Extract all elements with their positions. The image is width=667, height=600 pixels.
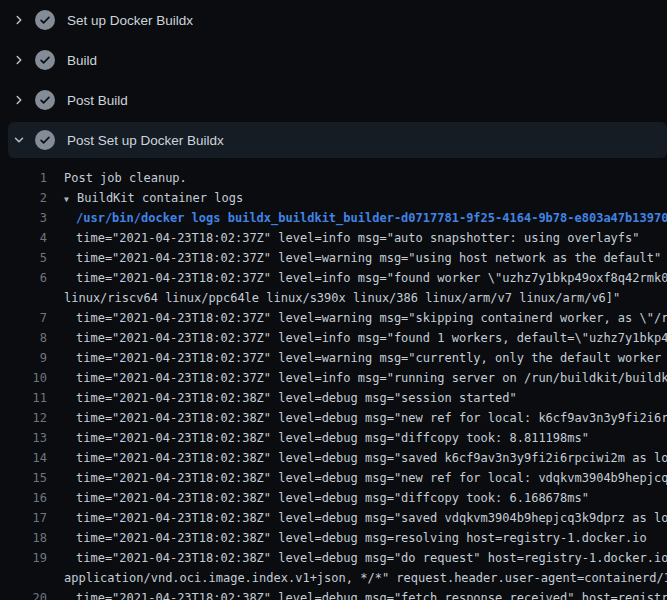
log-line: 17time="2021-04-23T18:02:38Z" level=debu…	[0, 508, 667, 528]
log-line-text: time="2021-04-23T18:02:38Z" level=debug …	[76, 408, 667, 428]
check-circle-icon	[35, 90, 55, 110]
log-area: 1Post job cleanup.2▼BuildKit container l…	[0, 160, 667, 600]
log-line: 11time="2021-04-23T18:02:38Z" level=debu…	[0, 388, 667, 408]
log-line-number[interactable]: 19	[0, 548, 47, 568]
log-line-text: time="2021-04-23T18:02:37Z" level=warnin…	[76, 248, 661, 268]
step-list: Set up Docker BuildxBuildPost BuildPost …	[0, 0, 667, 158]
log-line-text: time="2021-04-23T18:02:37Z" level=info m…	[76, 368, 667, 388]
log-line-text: time="2021-04-23T18:02:37Z" level=warnin…	[76, 308, 667, 328]
chevron-right-icon	[13, 54, 25, 66]
log-line: 19time="2021-04-23T18:02:38Z" level=debu…	[0, 548, 667, 568]
log-line-number[interactable]: 2	[0, 188, 47, 208]
triangle-down-icon[interactable]: ▼	[64, 190, 77, 208]
step-header-set-up-docker-buildx[interactable]: Set up Docker Buildx	[0, 0, 667, 40]
log-line: 6time="2021-04-23T18:02:37Z" level=info …	[0, 268, 667, 288]
log-command-text: /usr/bin/docker logs buildx_buildkit_bui…	[76, 208, 667, 228]
chevron-down-icon	[13, 134, 25, 146]
log-line: 4time="2021-04-23T18:02:37Z" level=info …	[0, 228, 667, 248]
log-line: 18time="2021-04-23T18:02:38Z" level=debu…	[0, 528, 667, 548]
log-line: 8time="2021-04-23T18:02:37Z" level=info …	[0, 328, 667, 348]
log-line: 16time="2021-04-23T18:02:38Z" level=debu…	[0, 488, 667, 508]
chevron-right-icon	[13, 94, 25, 106]
log-line-text: linux/riscv64 linux/ppc64le linux/s390x …	[64, 288, 620, 308]
log-line-text: time="2021-04-23T18:02:38Z" level=debug …	[76, 388, 517, 408]
log-line-number[interactable]: 1	[0, 168, 47, 188]
log-line-number[interactable]: 11	[0, 388, 47, 408]
log-line-number[interactable]: 12	[0, 408, 47, 428]
log-line: 12time="2021-04-23T18:02:38Z" level=debu…	[0, 408, 667, 428]
step-header-post-set-up-docker-buildx[interactable]: Post Set up Docker Buildx	[8, 122, 667, 158]
log-line: 14time="2021-04-23T18:02:38Z" level=debu…	[0, 448, 667, 468]
log-line: 7time="2021-04-23T18:02:37Z" level=warni…	[0, 308, 667, 328]
log-line-number[interactable]: 16	[0, 488, 47, 508]
log-line-text: ▼BuildKit container logs	[64, 188, 243, 208]
step-header-build[interactable]: Build	[0, 40, 667, 80]
step-header-post-build[interactable]: Post Build	[0, 80, 667, 120]
step-title: Build	[67, 53, 97, 68]
log-line-text: time="2021-04-23T18:02:38Z" level=debug …	[76, 548, 667, 568]
log-line: 10time="2021-04-23T18:02:37Z" level=info…	[0, 368, 667, 388]
step-title: Set up Docker Buildx	[67, 13, 193, 28]
log-line-number[interactable]: 8	[0, 328, 47, 348]
log-line: 13time="2021-04-23T18:02:38Z" level=debu…	[0, 428, 667, 448]
actions-log-panel: Set up Docker BuildxBuildPost BuildPost …	[0, 0, 667, 600]
log-line: 2▼BuildKit container logs	[0, 188, 667, 208]
log-line: application/vnd.oci.image.index.v1+json,…	[0, 568, 667, 588]
log-line: linux/riscv64 linux/ppc64le linux/s390x …	[0, 288, 667, 308]
log-line-number	[0, 288, 47, 308]
log-line-text: time="2021-04-23T18:02:37Z" level=warnin…	[76, 348, 667, 368]
log-line-text: application/vnd.oci.image.index.v1+json,…	[64, 568, 667, 588]
log-line-text: time="2021-04-23T18:02:38Z" level=debug …	[76, 468, 667, 488]
log-line-text: time="2021-04-23T18:02:37Z" level=info m…	[76, 268, 667, 288]
log-line: 15time="2021-04-23T18:02:38Z" level=debu…	[0, 468, 667, 488]
log-line-number[interactable]: 15	[0, 468, 47, 488]
log-line-text: time="2021-04-23T18:02:37Z" level=info m…	[76, 228, 640, 248]
log-line-text: time="2021-04-23T18:02:38Z" level=debug …	[76, 528, 647, 548]
step-title: Post Build	[67, 93, 128, 108]
log-line-number[interactable]: 5	[0, 248, 47, 268]
log-line-number[interactable]: 4	[0, 228, 47, 248]
log-line: 5time="2021-04-23T18:02:37Z" level=warni…	[0, 248, 667, 268]
log-line: 1Post job cleanup.	[0, 168, 667, 188]
log-line-number[interactable]: 3	[0, 208, 47, 228]
log-line-text: time="2021-04-23T18:02:38Z" level=debug …	[76, 488, 589, 508]
log-line-number[interactable]: 6	[0, 268, 47, 288]
step-title: Post Set up Docker Buildx	[67, 133, 224, 148]
log-line-number[interactable]: 18	[0, 528, 47, 548]
log-line-text: time="2021-04-23T18:02:38Z" level=debug …	[76, 588, 667, 600]
log-line-text: time="2021-04-23T18:02:38Z" level=debug …	[76, 448, 667, 468]
check-circle-icon	[35, 10, 55, 30]
log-line-number	[0, 568, 47, 588]
log-line-text: time="2021-04-23T18:02:38Z" level=debug …	[76, 428, 589, 448]
log-line-number[interactable]: 13	[0, 428, 47, 448]
check-circle-icon	[35, 130, 55, 150]
chevron-right-icon	[13, 14, 25, 26]
log-line-number[interactable]: 20	[0, 588, 47, 600]
log-group-label: BuildKit container logs	[77, 191, 243, 205]
log-line-number[interactable]: 7	[0, 308, 47, 328]
log-line: 20time="2021-04-23T18:02:38Z" level=debu…	[0, 588, 667, 600]
log-line-text: Post job cleanup.	[64, 168, 187, 188]
log-line-number[interactable]: 9	[0, 348, 47, 368]
log-line-text: time="2021-04-23T18:02:38Z" level=debug …	[76, 508, 667, 528]
check-circle-icon	[35, 50, 55, 70]
log-line-number[interactable]: 17	[0, 508, 47, 528]
log-line: 9time="2021-04-23T18:02:37Z" level=warni…	[0, 348, 667, 368]
log-line-number[interactable]: 14	[0, 448, 47, 468]
log-line: 3/usr/bin/docker logs buildx_buildkit_bu…	[0, 208, 667, 228]
log-line-text: time="2021-04-23T18:02:37Z" level=info m…	[76, 328, 667, 348]
log-line-number[interactable]: 10	[0, 368, 47, 388]
